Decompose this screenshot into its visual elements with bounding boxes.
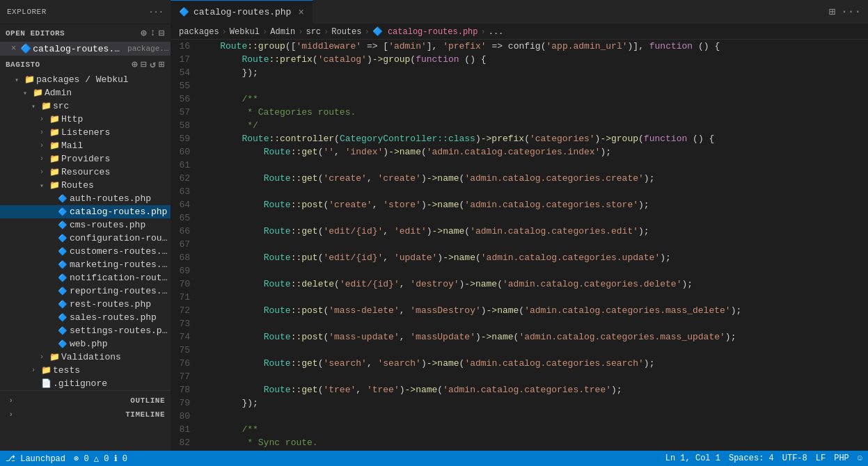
tree-item-notification-routes.php[interactable]: 🔷notification-routes.php [0,271,171,284]
tree-arrow [36,182,47,190]
code-line: Route::post('mass-delete', 'massDestroy'… [198,304,854,317]
code-editor[interactable]: 1617545556575859606162636465666768697071… [171,40,868,451]
outline-header[interactable]: OUTLINE [0,394,171,408]
new-file-bagisto-icon[interactable]: ⊕ [132,58,138,70]
encoding[interactable]: UTF-8 [782,453,807,463]
bagisto-header[interactable]: BAGISTO ⊕ ⊟ ↺ ⊞ [0,56,171,73]
crumb-packages[interactable]: packages [179,27,219,37]
tree-item-marketing-routes.php[interactable]: 🔷marketing-routes.php [0,258,171,271]
close-editor-icon[interactable]: × [11,44,16,54]
open-editor-filename: catalog-routes.php [33,44,125,54]
sidebar-bottom: OUTLINE TIMELINE [0,390,171,424]
timeline-header[interactable]: TIMELINE [0,408,171,421]
tree-item-auth-routes.php[interactable]: 🔷auth-routes.php [0,192,171,205]
tab-catalog-routes[interactable]: 🔷 catalog-routes.php × [171,0,313,24]
crumb-admin[interactable]: Admin [270,27,295,37]
split-bagisto-icon[interactable]: ⊞ [159,58,165,70]
tree-item-src[interactable]: 📁src [0,99,171,113]
git-branch[interactable]: ⎇ Launchpad [6,453,65,464]
tree-item-tests[interactable]: 📁tests [0,364,171,377]
code-line [198,264,854,278]
tree-item-resources[interactable]: 📁Resources [0,166,171,179]
tree-item-customers-routes.php[interactable]: 🔷customers-routes.php [0,245,171,258]
tree-item-reporting-routes.php[interactable]: 🔷reporting-routes.php [0,284,171,298]
tree-item-icon: 🔷 [56,247,70,256]
crumb-src[interactable]: src [306,27,321,37]
line-number: 54 [176,66,190,79]
line-number: 71 [176,291,190,304]
crumb-file[interactable]: 🔷 catalog-routes.php [372,26,478,37]
tree-item-label: Resources [61,167,110,177]
refresh-icon[interactable]: ↺ [150,58,156,70]
tree-item-admin[interactable]: 📁Admin [0,86,171,99]
tree-item-http[interactable]: 📁Http [0,113,171,126]
crumb-webkul[interactable]: Webkul [230,27,260,37]
tab-name: catalog-routes.php [194,7,291,17]
tree-item-icon: 🔷 [56,287,70,296]
tree-arrow [36,142,47,150]
tree-item-rest-routes.php[interactable]: 🔷rest-routes.php [0,298,171,311]
line-number: 56 [176,93,190,106]
new-file-icon[interactable]: ⊕ [141,27,147,39]
timeline-arrow [6,411,17,419]
collapse-bagisto-icon[interactable]: ⊟ [141,58,147,70]
code-line: Route::get('', 'index')->name('admin.cat… [198,145,854,159]
tree-item-cms-routes.php[interactable]: 🔷cms-routes.php [0,218,171,232]
tree-item-icon: 📁 [47,180,61,191]
code-line: * Categories routes. [198,106,854,119]
tree-item-icon: 📁 [31,88,45,98]
sep1: › [222,27,227,37]
code-line: Route::prefix('catalog')->group(function… [198,53,854,66]
tree-item-label: marketing-routes.php [70,259,171,270]
collapse-icon[interactable]: ⊟ [159,27,165,39]
tree-item-catalog-routes.php[interactable]: 🔷catalog-routes.php [0,205,171,218]
tree-item-icon: 🔷 [56,234,70,243]
tree-item-label: catalog-routes.php [70,207,167,217]
line-ending[interactable]: LF [816,453,826,463]
line-number: 63 [176,185,190,198]
sidebar: OPEN EDITORS ⊕ ↕ ⊟ × 🔷 catalog-routes.ph… [0,24,171,451]
tree-item-providers[interactable]: 📁Providers [0,152,171,166]
line-number: 78 [176,383,190,396]
errors-count[interactable]: ⊗ 0 △ 0 ℹ 0 [74,453,127,464]
tree-item-listeners[interactable]: 📁Listeners [0,126,171,139]
tree-item-mail[interactable]: 📁Mail [0,139,171,152]
sep4: › [324,27,329,37]
code-line: Route::get('create', 'create')->name('ad… [198,172,854,185]
split-editor-icon[interactable]: ⊞ [829,5,836,19]
tree-item-sales-routes.php[interactable]: 🔷sales-routes.php [0,311,171,324]
line-number: 55 [176,79,190,93]
open-editor-path: package... [127,45,171,53]
more-actions-icon[interactable]: ··· [841,6,861,18]
code-content[interactable]: Route::group(['middleware' => ['admin'],… [198,40,868,451]
code-line [198,370,854,383]
explorer-more[interactable]: ··· [149,8,164,16]
tree-item-packages/webkul[interactable]: 📁packages / Webkul [0,73,171,86]
tree-item-settings-routes.php[interactable]: 🔷settings-routes.php [0,324,171,337]
crumb-routes[interactable]: Routes [331,27,361,37]
tab-close-button[interactable]: × [298,7,303,18]
tree-item-icon: 🔷 [56,260,70,269]
code-line: */ [198,119,854,132]
crumb-ellipsis[interactable]: ... [489,27,504,37]
tree-item-web.php[interactable]: 🔷web.php [0,337,171,351]
open-editors-header[interactable]: OPEN EDITORS ⊕ ↕ ⊟ [0,24,171,42]
language-mode[interactable]: PHP [834,453,849,463]
tree-item-.gitignore[interactable]: 📄.gitignore [0,377,171,390]
indentation[interactable]: Spaces: 4 [729,453,774,463]
sort-icon[interactable]: ↕ [150,27,156,39]
tree-item-validations[interactable]: 📁Validations [0,351,171,364]
line-number: 61 [176,159,190,172]
line-number: 80 [176,410,190,423]
cursor-position[interactable]: Ln 1, Col 1 [665,453,720,463]
code-container: packages › Webkul › Admin › src › Routes… [171,24,868,451]
tree-item-configuration-routes.php[interactable]: 🔷configuration-routes.php [0,232,171,245]
tree-item-routes[interactable]: 📁Routes [0,179,171,192]
feedback-icon[interactable]: ☺ [858,453,862,463]
tree-arrow [36,115,47,123]
code-line: * Sync route. [198,436,854,449]
code-line: }); [198,396,854,410]
tree-item-icon: 🔷 [56,194,70,203]
open-editor-item[interactable]: × 🔷 catalog-routes.php package... [0,42,171,56]
tree-item-label: tests [53,365,80,376]
